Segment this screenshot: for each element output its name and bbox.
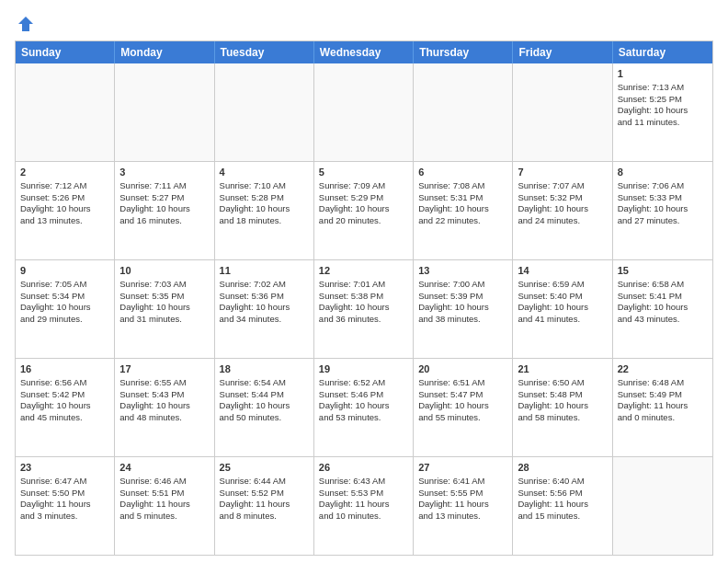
day-info: and 50 minutes. [220,412,309,424]
day-info: Sunrise: 7:09 AM [319,180,408,192]
calendar-cell: 22Sunrise: 6:48 AMSunset: 5:49 PMDayligh… [613,359,712,456]
calendar-cell [314,63,414,161]
day-info: Daylight: 11 hours [220,499,309,511]
calendar-cell: 16Sunrise: 6:56 AMSunset: 5:42 PMDayligh… [16,359,115,456]
day-info: Sunset: 5:49 PM [618,389,708,401]
day-info: Daylight: 10 hours [618,302,708,314]
day-info: Daylight: 10 hours [319,203,408,215]
day-info: Sunset: 5:40 PM [518,291,607,303]
day-number: 3 [119,166,209,179]
calendar-cell: 11Sunrise: 7:02 AMSunset: 5:36 PMDayligh… [215,260,314,358]
day-info: and 3 minutes. [20,511,109,523]
day-info: and 43 minutes. [618,314,708,326]
day-info: Sunset: 5:38 PM [319,291,408,303]
day-info: Sunset: 5:31 PM [418,192,507,204]
day-info: Sunset: 5:26 PM [20,192,109,204]
day-info: Sunrise: 7:11 AM [119,180,209,192]
day-info: Sunrise: 6:50 AM [518,377,607,389]
day-info: Daylight: 10 hours [20,203,109,215]
day-info: Sunrise: 7:05 AM [20,279,109,291]
day-info: Daylight: 10 hours [119,400,209,412]
calendar-body: 1Sunrise: 7:13 AMSunset: 5:25 PMDaylight… [16,63,712,555]
calendar-cell [16,63,115,161]
day-info: Sunrise: 7:13 AM [618,82,708,94]
day-info: Sunset: 5:53 PM [319,488,408,500]
day-info: Daylight: 11 hours [20,499,109,511]
day-info: Sunrise: 6:40 AM [518,476,607,488]
day-info: Daylight: 10 hours [418,302,507,314]
calendar: SundayMondayTuesdayWednesdayThursdayFrid… [15,40,713,556]
day-number: 15 [618,264,708,278]
day-number: 28 [518,461,607,475]
header [15,15,713,33]
day-info: Sunset: 5:35 PM [119,291,209,303]
day-info: and 41 minutes. [518,314,607,326]
calendar-cell: 9Sunrise: 7:05 AMSunset: 5:34 PMDaylight… [16,260,115,358]
day-number: 8 [618,166,708,179]
day-info: Sunset: 5:39 PM [418,291,507,303]
day-number: 2 [20,166,109,179]
calendar-cell: 19Sunrise: 6:52 AMSunset: 5:46 PMDayligh… [314,359,414,456]
day-number: 9 [20,264,109,278]
day-info: Sunset: 5:56 PM [518,488,607,500]
day-info: Sunrise: 7:03 AM [119,279,209,291]
day-info: Sunrise: 6:47 AM [20,476,109,488]
day-info: Sunrise: 6:59 AM [518,279,607,291]
day-info: and 0 minutes. [618,412,708,424]
day-info: Sunrise: 6:51 AM [418,377,507,389]
calendar-cell: 25Sunrise: 6:44 AMSunset: 5:52 PMDayligh… [215,457,314,555]
day-info: and 34 minutes. [220,314,309,326]
calendar-cell: 21Sunrise: 6:50 AMSunset: 5:48 PMDayligh… [513,359,612,456]
day-info: and 53 minutes. [319,412,408,424]
day-info: Sunset: 5:50 PM [20,488,109,500]
day-info: Sunrise: 7:06 AM [618,180,708,192]
day-number: 19 [319,362,408,376]
day-info: Daylight: 10 hours [518,203,607,215]
calendar-cell: 2Sunrise: 7:12 AMSunset: 5:26 PMDaylight… [16,162,115,259]
day-info: Daylight: 11 hours [618,400,708,412]
day-info: Sunrise: 7:10 AM [220,180,309,192]
day-info: Daylight: 10 hours [119,302,209,314]
header-day-tuesday: Tuesday [215,41,314,63]
page: SundayMondayTuesdayWednesdayThursdayFrid… [0,0,728,563]
day-number: 1 [618,67,708,81]
day-info: Sunset: 5:25 PM [618,94,708,106]
day-info: Sunrise: 6:58 AM [618,279,708,291]
calendar-cell [414,63,513,161]
calendar-cell: 24Sunrise: 6:46 AMSunset: 5:51 PMDayligh… [115,457,214,555]
calendar-cell [613,457,712,555]
day-number: 22 [618,362,708,376]
day-info: Sunrise: 6:48 AM [618,377,708,389]
calendar-cell: 26Sunrise: 6:43 AMSunset: 5:53 PMDayligh… [314,457,414,555]
header-day-thursday: Thursday [414,41,513,63]
day-number: 14 [518,264,607,278]
day-info: and 13 minutes. [418,511,507,523]
day-info: and 27 minutes. [618,215,708,227]
svg-marker-0 [18,17,33,31]
day-number: 18 [220,362,309,376]
calendar-cell: 7Sunrise: 7:07 AMSunset: 5:32 PMDaylight… [513,162,612,259]
day-info: Daylight: 10 hours [618,105,708,117]
day-info: and 11 minutes. [618,117,708,129]
day-number: 13 [418,264,507,278]
day-info: and 16 minutes. [119,215,209,227]
day-info: Daylight: 11 hours [518,499,607,511]
day-info: Sunrise: 6:43 AM [319,476,408,488]
day-number: 20 [418,362,507,376]
day-info: Sunset: 5:52 PM [220,488,309,500]
day-info: Sunrise: 7:02 AM [220,279,309,291]
day-number: 10 [119,264,209,278]
calendar-row: 9Sunrise: 7:05 AMSunset: 5:34 PMDaylight… [16,260,712,359]
day-info: Daylight: 10 hours [418,203,507,215]
day-info: and 55 minutes. [418,412,507,424]
day-info: Sunrise: 6:55 AM [119,377,209,389]
day-number: 16 [20,362,109,376]
calendar-cell: 13Sunrise: 7:00 AMSunset: 5:39 PMDayligh… [414,260,513,358]
calendar-cell: 5Sunrise: 7:09 AMSunset: 5:29 PMDaylight… [314,162,414,259]
calendar-cell: 10Sunrise: 7:03 AMSunset: 5:35 PMDayligh… [115,260,214,358]
calendar-row: 16Sunrise: 6:56 AMSunset: 5:42 PMDayligh… [16,359,712,457]
day-info: Daylight: 10 hours [220,302,309,314]
day-info: Daylight: 10 hours [418,400,507,412]
calendar-cell: 14Sunrise: 6:59 AMSunset: 5:40 PMDayligh… [513,260,612,358]
day-info: Daylight: 11 hours [418,499,507,511]
